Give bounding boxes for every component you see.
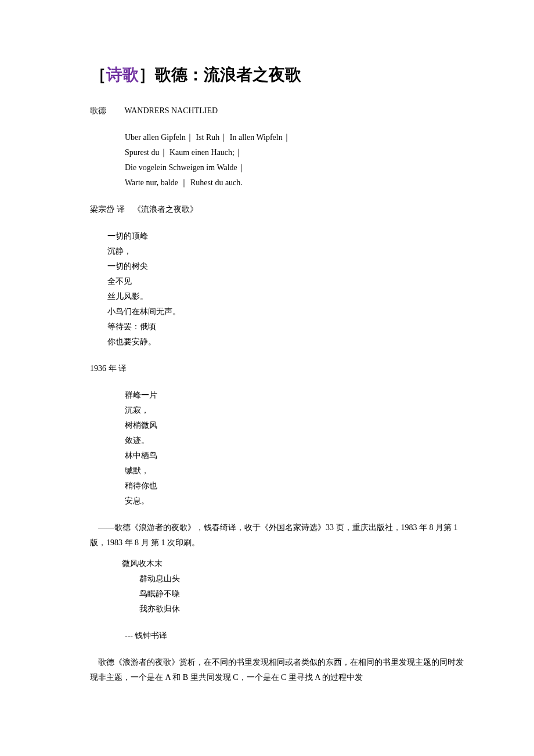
translation2-line: 敛迹。 bbox=[125, 433, 467, 448]
attribution3: --- 钱钟书译 bbox=[125, 628, 467, 643]
original-poem: Uber allen Gipfeln｜ Ist Ruh｜ In allen Wi… bbox=[125, 130, 467, 190]
original-line: Spurest du｜ Kaum einen Hauch;｜ bbox=[125, 145, 467, 160]
category-label: 诗歌 bbox=[106, 66, 139, 84]
translation1-line: 全不见 bbox=[107, 274, 467, 289]
translation1-line: 沉静， bbox=[107, 244, 467, 259]
bracket-open: ［ bbox=[90, 66, 106, 84]
title-text: 歌德：流浪者之夜歌 bbox=[155, 66, 301, 84]
translation2-line: 稍待你也 bbox=[125, 478, 467, 494]
translation1-line: 你也要安静。 bbox=[107, 334, 467, 350]
translation3: 微风收木末 群动息山头 鸟眠静不噪 我亦欲归休 bbox=[122, 556, 467, 617]
translation2-line: 群峰一片 bbox=[125, 388, 467, 403]
year-line: 1936 年 译 bbox=[90, 361, 467, 376]
author-line: 歌德 WANDRERS NACHTLIED bbox=[90, 103, 467, 118]
citation-text: ——歌德《浪游者的夜歌》，钱春绮译，收于《外国名家诗选》33 页，重庆出版社，1… bbox=[90, 520, 467, 550]
page-title: ［诗歌］歌德：流浪者之夜歌 bbox=[90, 64, 467, 86]
translation2-line: 林中栖鸟 bbox=[125, 448, 467, 463]
original-line: Warte nur, balde ｜ Ruhest du auch. bbox=[125, 175, 467, 190]
translation3-line: 鸟眠静不噪 bbox=[139, 586, 467, 602]
translation1-line: 丝儿风影。 bbox=[107, 289, 467, 304]
translation3-line: 微风收木末 bbox=[122, 556, 467, 571]
translation2-line: 沉寂， bbox=[125, 403, 467, 418]
translation1-line: 等待罢：俄顷 bbox=[107, 319, 467, 334]
translation1-line: 一切的树尖 bbox=[107, 259, 467, 274]
translation2: 群峰一片 沉寂， 树梢微风 敛迹。 林中栖鸟 缄默， 稍待你也 安息。 bbox=[125, 388, 467, 509]
translation1-line: 一切的顶峰 bbox=[107, 229, 467, 244]
original-line: Die vogelein Schweigen im Walde｜ bbox=[125, 160, 467, 175]
translation2-line: 缄默， bbox=[125, 463, 467, 478]
bracket-close: ］ bbox=[139, 66, 155, 84]
translation1: 一切的顶峰 沉静， 一切的树尖 全不见 丝儿风影。 小鸟们在林间无声。 等待罢：… bbox=[107, 229, 467, 350]
translation3-line: 群动息山头 bbox=[139, 571, 467, 586]
analysis-paragraph: 歌德《浪游者的夜歌》赏析，在不同的书里发现相同或者类似的东西，在相同的书里发现主… bbox=[90, 655, 467, 685]
translation2-line: 树梢微风 bbox=[125, 418, 467, 433]
translation3-line: 我亦欲归休 bbox=[139, 602, 467, 617]
original-line: Uber allen Gipfeln｜ Ist Ruh｜ In allen Wi… bbox=[125, 130, 467, 145]
translation1-line: 小鸟们在林间无声。 bbox=[107, 304, 467, 319]
translation2-line: 安息。 bbox=[125, 494, 467, 509]
translator1-header: 梁宗岱 译 《流浪者之夜歌》 bbox=[90, 202, 467, 217]
